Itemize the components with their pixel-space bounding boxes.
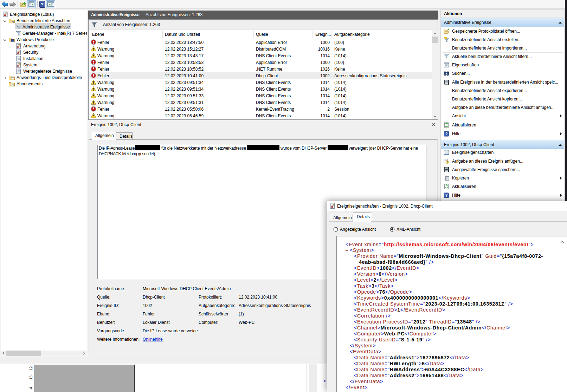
svg-text:·4: ·4	[29, 387, 33, 390]
svg-text:?: ?	[41, 2, 44, 7]
svg-text:·12·: ·12·	[29, 365, 33, 372]
svg-text:·13·: ·13·	[29, 374, 33, 381]
